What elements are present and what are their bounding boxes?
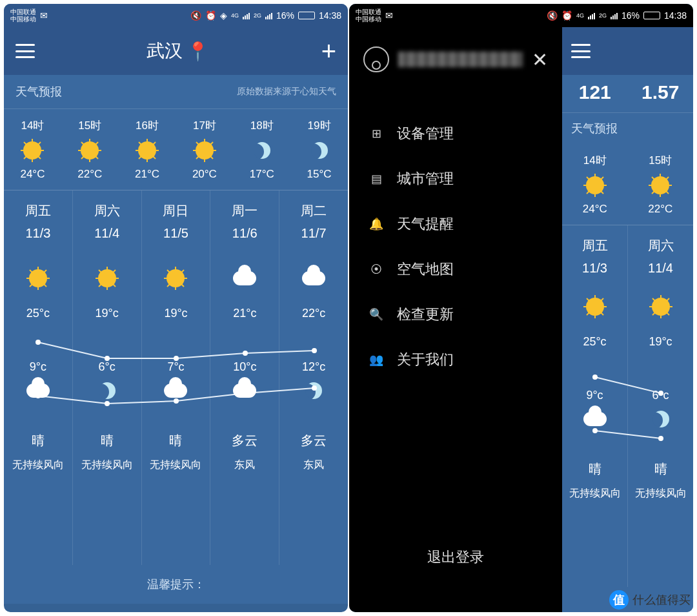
low-temp: 7°c [167, 360, 184, 374]
sun-icon [81, 141, 99, 159]
watermark-text: 什么值得买 [632, 592, 691, 608]
daily-column: 周二11/722°c12°c多云东风 [279, 190, 348, 565]
wind: 无持续风向 [569, 487, 621, 500]
svg-line-80 [666, 177, 669, 180]
city-title[interactable]: 武汉 📍 [146, 39, 209, 63]
drawer-menu-item[interactable]: ⊞设备管理 [363, 111, 548, 156]
wechat-icon: ✉ [385, 10, 393, 21]
hourly-forecast[interactable]: 14时24°C15时22°C [562, 144, 693, 225]
day-of-week: 周五 [582, 237, 608, 254]
avatar-icon[interactable] [363, 46, 389, 72]
hour-temp: 22°C [61, 168, 119, 181]
svg-line-56 [113, 270, 116, 272]
date: 11/5 [163, 226, 188, 241]
phone-right: 中国联通 中国移动 ✉ 🔇 ⏰ 4G 2G 16% 14:38 121 [349, 4, 693, 612]
drawer-menu-item[interactable]: 🔍检查更新 [363, 292, 548, 337]
svg-line-63 [181, 284, 184, 287]
wind: 无持续风向 [150, 458, 201, 472]
menu-item-label: 天气提醒 [397, 214, 454, 234]
alarm-icon: ⏰ [561, 10, 572, 21]
drawer-menu-item[interactable]: 🔔天气提醒 [363, 201, 548, 247]
svg-line-55 [113, 284, 116, 287]
sun-icon [586, 298, 604, 316]
svg-line-99 [667, 313, 669, 315]
mute-icon: 🔇 [190, 10, 201, 21]
logout-button[interactable]: 退出登录 [349, 548, 562, 567]
svg-line-73 [587, 191, 589, 194]
daily-column: 周五11/325°c9°c晴无持续风向 [4, 190, 73, 565]
condition: 晴 [589, 460, 601, 478]
svg-line-4 [24, 142, 26, 145]
hourly-cell: 17时20°C [176, 109, 233, 190]
day-of-week: 周五 [25, 202, 51, 220]
add-city-button[interactable]: + [321, 37, 336, 66]
battery-icon [298, 12, 315, 19]
aqi-value: 121 [562, 81, 628, 103]
menu-button[interactable] [571, 44, 591, 58]
menu-button[interactable] [15, 44, 35, 58]
close-drawer-button[interactable]: ✕ [532, 48, 548, 71]
hour-temp: 22°C [628, 203, 694, 216]
moon-icon [254, 142, 270, 159]
wind: 东风 [303, 458, 324, 472]
alarm-icon: ⏰ [205, 10, 216, 21]
drawer-menu: ⊞设备管理▤城市管理🔔天气提醒⦿空气地图🔍检查更新👥关于我们 [363, 111, 548, 382]
hourly-cell: 16时21°C [119, 109, 176, 190]
watermark-badge-icon: 值 [609, 590, 629, 610]
condition: 多云 [301, 432, 327, 449]
menu-item-icon: ⦿ [370, 263, 383, 276]
drawer-menu-item[interactable]: 👥关于我们 [363, 337, 548, 382]
sun-icon [586, 176, 604, 194]
cloud-icon [302, 271, 325, 285]
svg-line-93 [587, 313, 589, 315]
hour-temp: 17°C [233, 168, 290, 181]
svg-line-5 [38, 156, 41, 159]
svg-line-54 [99, 270, 101, 272]
city-name: 武汉 [146, 39, 183, 63]
hour-label: 16时 [119, 118, 176, 133]
drawer-menu-item[interactable]: ⦿空气地图 [363, 247, 548, 292]
daily-column: 周六11/419°c6°c晴无持续风向 [628, 225, 693, 587]
cloud-icon [583, 412, 607, 426]
condition: 晴 [169, 432, 182, 449]
tip-bar: 温馨提示： [4, 565, 348, 604]
forecast-title: 天气预报 [15, 84, 62, 99]
hour-label: 14时 [4, 118, 61, 133]
hour-temp: 24°C [4, 168, 61, 181]
day-of-week: 周二 [301, 202, 327, 220]
condition: 多云 [232, 432, 258, 449]
hour-temp: 24°C [562, 203, 628, 216]
sun-icon [652, 298, 670, 316]
drawer-menu-item[interactable]: ▤城市管理 [363, 156, 548, 201]
sun-icon [98, 269, 116, 287]
daily-column: 周一11/621°c10°c多云东风 [210, 190, 279, 565]
cloud-icon [164, 384, 187, 398]
sun-icon [167, 269, 185, 287]
svg-line-15 [81, 156, 84, 159]
daily-forecast[interactable]: 周五11/325°c9°c晴无持续风向周六11/419°c6°c晴无持续风向周日… [4, 190, 348, 565]
day-of-week: 周六 [648, 237, 674, 254]
svg-line-6 [38, 142, 41, 145]
sun-icon [138, 141, 156, 159]
watermark: 值 什么值得买 [609, 590, 691, 610]
menu-item-icon: ⊞ [370, 127, 383, 140]
moon-icon [305, 382, 322, 399]
sun-icon [651, 176, 669, 194]
day-of-week: 周一 [232, 202, 258, 220]
svg-line-72 [601, 177, 603, 180]
date: 11/4 [94, 226, 119, 241]
daily-forecast[interactable]: 周五11/325°c9°c晴无持续风向周六11/419°c6°c晴无持续风向 [562, 225, 693, 587]
status-bar: 中国联通 中国移动 ✉ 🔇 ⏰ 4G 2G 16% 14:38 [349, 4, 693, 27]
svg-line-21 [153, 156, 156, 159]
menu-item-label: 空气地图 [397, 260, 454, 279]
svg-line-7 [24, 156, 26, 159]
svg-line-30 [210, 142, 213, 145]
svg-line-70 [587, 177, 589, 180]
carrier-1: 中国联通 [10, 8, 36, 15]
hourly-forecast[interactable]: 14时24°C15时22°C16时21°C17时20°C18时17°C19时15… [4, 109, 348, 190]
sun-icon [29, 269, 47, 287]
daily-column: 周六11/419°c6°c晴无持续风向 [73, 190, 142, 565]
svg-line-28 [196, 142, 199, 145]
wind: 无持续风向 [12, 458, 64, 472]
svg-line-14 [96, 142, 98, 145]
